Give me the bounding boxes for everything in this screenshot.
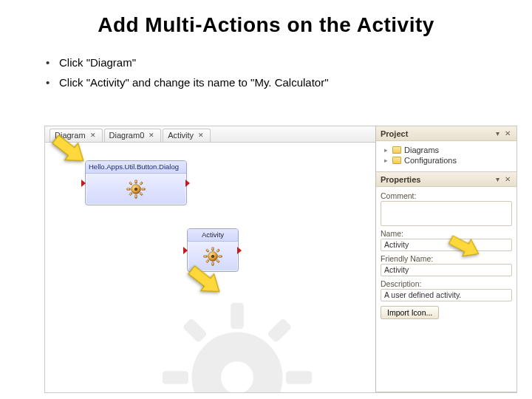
svg-rect-17: [140, 182, 143, 185]
svg-rect-22: [212, 262, 214, 266]
expand-icon[interactable]: ▸: [382, 146, 389, 154]
description-field[interactable]: A user defined activity.: [381, 289, 512, 301]
svg-rect-16: [140, 192, 143, 196]
project-tree[interactable]: ▸ Diagrams ▸ Configurations: [376, 141, 516, 171]
tree-item-label: Configurations: [404, 156, 457, 165]
panel-controls-icon[interactable]: ▾ ✕: [496, 175, 512, 183]
description-label: Description:: [381, 279, 512, 288]
gear-icon: [203, 247, 222, 266]
svg-rect-26: [216, 259, 220, 263]
svg-point-19: [134, 188, 137, 191]
friendly-name-field[interactable]: Activity: [381, 264, 512, 276]
friendly-name-label: Friendly Name:: [381, 254, 512, 263]
svg-rect-12: [135, 195, 137, 199]
comment-label: Comment:: [381, 191, 512, 200]
tab-activity[interactable]: Activity ✕: [163, 129, 211, 142]
svg-rect-4: [286, 371, 312, 384]
tab-label: Activity: [168, 131, 194, 140]
panel-title: Project: [381, 129, 408, 138]
svg-rect-18: [129, 192, 133, 196]
project-panel: Project ▾ ✕ ▸ Diagrams ▸ Configurations: [376, 126, 516, 172]
close-icon[interactable]: ✕: [197, 132, 205, 139]
svg-point-0: [191, 332, 282, 392]
close-icon[interactable]: ✕: [89, 132, 98, 139]
folder-icon: [392, 146, 401, 154]
app-screenshot: Diagram ✕ Diagram0 ✕ Activity ✕: [44, 126, 517, 393]
side-panels: Project ▾ ✕ ▸ Diagrams ▸ Configurations …: [376, 126, 516, 392]
expand-icon[interactable]: ▸: [382, 157, 389, 164]
diagram-editor: Diagram ✕ Diagram0 ✕ Activity ✕: [45, 126, 376, 392]
name-label: Name:: [381, 229, 512, 238]
node-title: Hello.Apps.Util.Button.Dialog: [86, 161, 186, 174]
panel-controls-icon[interactable]: ▾ ✕: [496, 129, 512, 137]
editor-tabstrip: Diagram ✕ Diagram0 ✕ Activity ✕: [45, 126, 375, 143]
panel-header[interactable]: Project ▾ ✕: [376, 126, 516, 141]
svg-rect-24: [219, 256, 222, 258]
comment-field[interactable]: [381, 201, 512, 226]
watermark-gear-icon: [156, 296, 318, 392]
instruction-item: Click "Diagram": [46, 56, 532, 69]
svg-point-29: [211, 255, 214, 258]
panel-title: Properties: [381, 175, 420, 184]
dialog-node[interactable]: Hello.Apps.Util.Button.Dialog: [85, 160, 187, 205]
node-title: Activity: [188, 229, 238, 242]
import-icon-button[interactable]: Import Icon...: [381, 306, 439, 319]
tree-item-label: Diagrams: [404, 146, 439, 154]
gear-icon: [126, 180, 146, 199]
instruction-list: Click "Diagram" Click "Activity" and cha…: [0, 43, 532, 106]
svg-rect-25: [206, 249, 210, 253]
svg-rect-21: [212, 248, 214, 251]
svg-rect-15: [129, 182, 133, 185]
folder-icon: [392, 157, 401, 164]
slide-title: Add Multi-Actions on the Activity: [0, 0, 532, 43]
node-body: [86, 174, 186, 205]
tab-diagram0[interactable]: Diagram0 ✕: [104, 129, 162, 142]
svg-rect-28: [206, 259, 210, 263]
svg-rect-3: [163, 371, 188, 384]
svg-rect-14: [142, 188, 146, 191]
svg-point-9: [221, 361, 253, 392]
svg-rect-7: [267, 318, 292, 343]
svg-rect-11: [135, 180, 137, 184]
properties-panel: Properties ▾ ✕ Comment: Name: Activity F…: [376, 172, 516, 392]
instruction-item: Click "Activity" and change its name to …: [46, 76, 532, 89]
diagram-canvas[interactable]: Hello.Apps.Util.Button.Dialog: [45, 143, 375, 392]
svg-rect-23: [204, 256, 208, 258]
svg-rect-1: [231, 303, 244, 329]
tree-item-diagrams[interactable]: ▸ Diagrams: [382, 145, 512, 155]
properties-body: Comment: Name: Activity Friendly Name: A…: [376, 187, 516, 392]
tree-item-configurations[interactable]: ▸ Configurations: [382, 155, 512, 166]
panel-header[interactable]: Properties ▾ ✕: [376, 172, 516, 187]
svg-rect-27: [216, 249, 220, 253]
svg-rect-5: [183, 318, 208, 343]
svg-rect-13: [127, 188, 131, 191]
tab-label: Diagram0: [109, 131, 145, 140]
close-icon[interactable]: ✕: [147, 132, 156, 139]
